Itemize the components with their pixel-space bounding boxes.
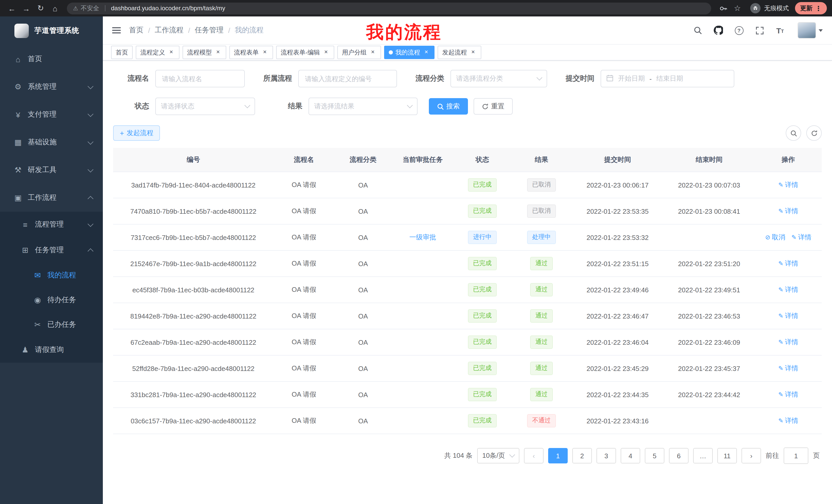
reset-button[interactable]: 重置 — [474, 98, 513, 115]
tab-item[interactable]: 发起流程× — [438, 46, 481, 59]
sidebar-item-leave-query[interactable]: ♟请假查询 — [0, 337, 103, 363]
action-detail-link[interactable]: ✎详情 — [778, 206, 798, 216]
github-icon[interactable] — [713, 25, 724, 36]
sidebar-item-todo-tasks[interactable]: ◉待办任务 — [0, 288, 103, 312]
security-warning[interactable]: ⚠ 不安全 — [73, 4, 99, 12]
sidebar-item-task-management[interactable]: ⊞任务管理 — [0, 237, 103, 263]
process-definition-input[interactable] — [298, 70, 397, 87]
back-icon[interactable]: ← — [5, 2, 19, 15]
create-process-button[interactable]: + 发起流程 — [113, 125, 160, 141]
total-count: 共 104 条 — [444, 451, 473, 460]
page-button[interactable]: 2 — [572, 448, 592, 464]
forward-icon[interactable]: → — [20, 2, 33, 15]
action-detail-link[interactable]: ✎详情 — [778, 259, 798, 268]
page-button[interactable]: 5 — [645, 448, 665, 464]
page-button[interactable]: 4 — [621, 448, 640, 464]
column-header: 编号 — [113, 148, 274, 172]
tab-item[interactable]: 流程模型× — [183, 46, 226, 59]
action-detail-link[interactable]: ✎详情 — [778, 285, 798, 295]
avatar[interactable] — [798, 22, 823, 38]
incognito-label: 无痕模式 — [764, 4, 789, 12]
bookmark-star-icon[interactable]: ☆ — [731, 2, 744, 15]
breadcrumb-item[interactable]: 工作流程 — [155, 26, 184, 35]
tab-item[interactable]: 我的流程× — [384, 46, 435, 59]
goto-page-input[interactable] — [784, 447, 808, 464]
status-cell: 已完成 — [453, 277, 511, 303]
address-bar[interactable]: ⚠ 不安全 dashboard.yudao.iocoder.cn/bpm/tas… — [67, 2, 711, 14]
table-row: 67c2eaab-7b9a-11ec-a290-acde48001122OA 请… — [113, 329, 822, 355]
tab-label: 用户分组 — [342, 48, 367, 57]
sidebar-item-workflow[interactable]: ▣工作流程 — [0, 184, 103, 212]
key-icon[interactable] — [716, 2, 730, 15]
page-button[interactable]: 3 — [597, 448, 616, 464]
tab-close-icon[interactable]: × — [469, 49, 477, 56]
category-select[interactable]: 请选择流程分类 — [450, 70, 547, 87]
action-detail-link[interactable]: ✎详情 — [791, 233, 811, 242]
sidebar-item-devtools[interactable]: ⚒研发工具 — [0, 156, 103, 184]
page-button[interactable]: 1 — [548, 448, 568, 464]
tab-close-icon[interactable]: × — [261, 49, 268, 56]
tab-close-icon[interactable]: × — [214, 49, 222, 56]
current-task-link[interactable]: 一级审批 — [409, 233, 436, 241]
tab-close-icon[interactable]: × — [322, 49, 330, 56]
page-button[interactable]: 6 — [669, 448, 688, 464]
breadcrumb-item[interactable]: 首页 — [129, 26, 144, 35]
sidebar-item-home[interactable]: ⌂首页 — [0, 45, 103, 73]
sidebar-item-infrastructure[interactable]: ▦基础设施 — [0, 129, 103, 156]
breadcrumb-item[interactable]: 任务管理 — [195, 26, 224, 35]
process-name-cell: OA 请假 — [274, 277, 334, 303]
browser-home-icon[interactable]: ⌂ — [48, 2, 62, 15]
process-name-input[interactable] — [155, 70, 245, 87]
refresh-icon[interactable] — [806, 125, 822, 141]
action-detail-link[interactable]: ✎详情 — [778, 180, 798, 190]
process-id-cell: 52ffd28e-7b9a-11ec-a290-acde48001122 — [113, 355, 274, 382]
search-icon[interactable] — [693, 25, 703, 36]
tab-item[interactable]: 流程表单-编辑× — [276, 46, 334, 59]
end-time-cell: 2022-01-22 23:49:51 — [663, 277, 755, 303]
current-task-cell — [392, 382, 453, 408]
column-header: 结果 — [511, 148, 572, 172]
browser-menu-icon[interactable]: ⋮ — [815, 4, 822, 12]
status-select[interactable]: 请选择状态 — [155, 97, 255, 115]
reload-icon[interactable]: ↻ — [34, 2, 47, 15]
action-detail-link[interactable]: ✎详情 — [778, 311, 798, 320]
sidebar-item-process-management[interactable]: ≡流程管理 — [0, 212, 103, 237]
result-cell: 通过 — [511, 250, 572, 277]
action-cancel-link[interactable]: ⊘取消 — [765, 233, 785, 242]
tab-item[interactable]: 流程定义× — [136, 46, 179, 59]
action-detail-link[interactable]: ✎详情 — [778, 416, 798, 425]
action-detail-link[interactable]: ✎详情 — [778, 390, 798, 399]
action-detail-link[interactable]: ✎详情 — [778, 338, 798, 347]
toggle-search-icon[interactable] — [786, 125, 801, 141]
tab-close-icon[interactable]: × — [423, 49, 430, 56]
question-icon[interactable]: ? — [734, 25, 744, 36]
sidebar-item-my-process[interactable]: ✉我的流程 — [0, 263, 103, 288]
result-select[interactable]: 请选择流结果 — [309, 97, 418, 115]
tab-label: 流程模型 — [187, 48, 212, 57]
tab-item[interactable]: 首页 — [111, 46, 133, 59]
chevron-down-icon — [88, 111, 94, 117]
result-tag: 已取消 — [527, 178, 556, 192]
tab-close-icon[interactable]: × — [167, 49, 175, 56]
date-range-picker[interactable]: 开始日期 - 结束日期 — [601, 70, 734, 87]
result-label: 结果 — [266, 102, 309, 111]
sidebar-item-system[interactable]: ⚙系统管理 — [0, 73, 103, 101]
sidebar-item-done-tasks[interactable]: ✂已办任务 — [0, 312, 103, 337]
process-name-label: 流程名 — [113, 74, 155, 83]
action-detail-link[interactable]: ✎详情 — [778, 364, 798, 373]
briefcase-icon: ▣ — [12, 193, 24, 202]
navbar-actions: ? TT — [693, 22, 823, 38]
search-button[interactable]: 搜索 — [429, 98, 468, 115]
tab-item[interactable]: 用户分组× — [337, 46, 381, 59]
next-page-button[interactable]: › — [742, 448, 761, 464]
prev-page-button[interactable]: ‹ — [524, 448, 544, 464]
hamburger-icon[interactable] — [112, 27, 121, 33]
font-size-icon[interactable]: TT — [775, 25, 785, 36]
fullscreen-icon[interactable] — [754, 25, 765, 36]
page-button[interactable]: 11 — [717, 448, 737, 464]
tab-item[interactable]: 流程表单× — [229, 46, 273, 59]
sidebar-item-payment[interactable]: ¥支付管理 — [0, 101, 103, 129]
update-button[interactable]: 更新 ⋮ — [795, 2, 827, 15]
tab-close-icon[interactable]: × — [369, 49, 376, 56]
page-size-select[interactable]: 10条/页 — [477, 448, 519, 464]
